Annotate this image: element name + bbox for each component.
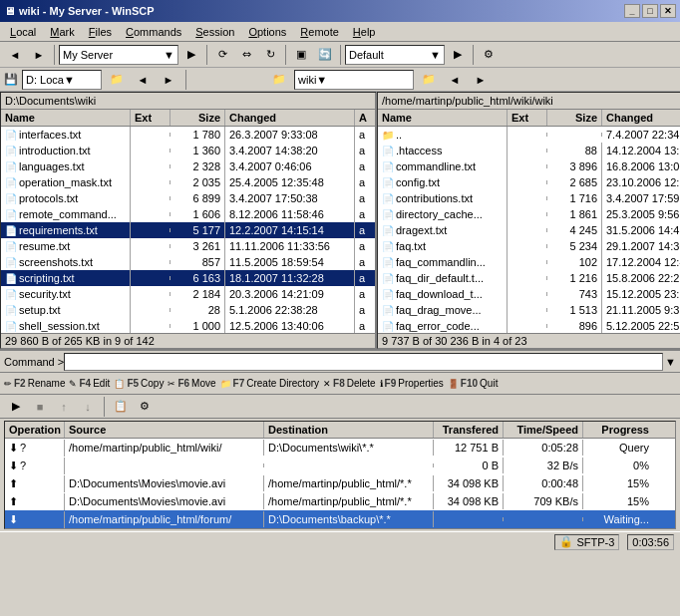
queue-col-progress[interactable]: Progress: [583, 422, 653, 438]
settings-queue-button[interactable]: ⚙: [135, 398, 155, 416]
right-file-row[interactable]: 📄faq_dir_default.t... 1 216 15.8.2006 22…: [378, 270, 680, 286]
remote-up-btn[interactable]: 📁: [418, 69, 440, 91]
left-col-size[interactable]: Size: [170, 110, 225, 126]
minimize-button[interactable]: _: [624, 4, 640, 18]
forward-button[interactable]: ►: [28, 44, 50, 66]
right-col-name[interactable]: Name: [378, 110, 508, 126]
down-button[interactable]: ↓: [78, 398, 98, 416]
keepup-button[interactable]: 🔄: [314, 44, 336, 66]
up-button[interactable]: ↑: [54, 398, 74, 416]
queue-col-source[interactable]: Source: [65, 422, 264, 438]
right-file-row[interactable]: 📄faq_download_t... 743 15.12.2005 23:10.…: [378, 286, 680, 302]
right-file-row[interactable]: 📄faq_drag_move... 1 513 21.11.2005 9:38:…: [378, 302, 680, 318]
left-file-row[interactable]: 📄setup.txt 28 5.1.2006 22:38:28 a: [1, 302, 375, 318]
left-col-attr[interactable]: A: [355, 110, 375, 126]
menu-item-options[interactable]: Options: [242, 25, 292, 39]
right-file-row[interactable]: 📄config.txt 2 685 23.10.2006 12:18... rw…: [378, 174, 680, 190]
left-file-row[interactable]: 📄screenshots.txt 857 11.5.2005 18:59:54 …: [1, 254, 375, 270]
back-button[interactable]: ◄: [4, 44, 26, 66]
copy-queue-button[interactable]: 📋: [111, 398, 131, 416]
menu-item-help[interactable]: Help: [347, 25, 382, 39]
right-file-row[interactable]: 📄faq.txt 5 234 29.1.2007 14:30:26 rw-r--…: [378, 238, 680, 254]
right-file-row[interactable]: 📄dragext.txt 4 245 31.5.2006 14:43:29 rw…: [378, 222, 680, 238]
local-nav1[interactable]: ◄: [132, 69, 154, 91]
fkey-label: Copy: [141, 378, 164, 389]
queue-col-operation[interactable]: Operation: [5, 422, 65, 438]
terminal-button[interactable]: ▣: [290, 44, 312, 66]
settings-button[interactable]: ⚙: [478, 44, 500, 66]
server-combo[interactable]: My Server ▼: [59, 45, 178, 65]
queue-col-transfered[interactable]: Transfered: [434, 422, 504, 438]
command-input[interactable]: [64, 353, 663, 371]
left-file-row[interactable]: 📄interfaces.txt 1 780 26.3.2007 9:33:08 …: [1, 127, 375, 143]
left-file-row[interactable]: 📄shell_session.txt 1 000 12.5.2006 13:40…: [1, 318, 375, 333]
file-ext: [131, 324, 170, 328]
file-ext: [508, 292, 547, 296]
left-file-row[interactable]: 📄remote_command... 1 606 8.12.2006 11:58…: [1, 206, 375, 222]
menu-item-commands[interactable]: Commands: [120, 25, 187, 39]
right-file-row[interactable]: 📄faq_commandlin... 102 17.12.2004 12:45.…: [378, 254, 680, 270]
left-col-name[interactable]: Name: [1, 110, 131, 126]
queue-area: Operation Source Destination Transfered …: [4, 421, 676, 529]
menu-item-mark[interactable]: Mark: [44, 25, 80, 39]
left-file-row[interactable]: 📄resume.txt 3 261 11.11.2006 11:33:56 a: [1, 238, 375, 254]
fkey-f2[interactable]: ✏F2 Rename: [4, 378, 65, 389]
menu-item-local[interactable]: Local: [4, 25, 42, 39]
right-file-row[interactable]: 📄commandline.txt 3 896 16.8.2006 13:00:2…: [378, 158, 680, 174]
menu-item-files[interactable]: Files: [83, 25, 118, 39]
queue-row[interactable]: ⬇ /home/martinp/public_html/forum/ D:\Do…: [5, 510, 675, 528]
queue-col-speed[interactable]: Time/Speed: [504, 422, 583, 438]
right-col-changed[interactable]: Changed: [602, 110, 680, 126]
left-file-row[interactable]: 📄languages.txt 2 328 3.4.2007 0:46:06 a: [1, 158, 375, 174]
stop-button[interactable]: ■: [30, 398, 50, 416]
queue-dst: [264, 463, 434, 467]
play-button[interactable]: ▶: [6, 398, 26, 416]
fkey-f5[interactable]: 📋F5 Copy: [114, 378, 164, 389]
fkey-f8[interactable]: ✕F8 Delete: [323, 378, 376, 389]
right-file-row[interactable]: 📄faq_error_code... 896 5.12.2005 22:55:0…: [378, 318, 680, 333]
left-file-row[interactable]: 📄security.txt 2 184 20.3.2006 14:21:09 a: [1, 286, 375, 302]
close-button[interactable]: ✕: [660, 4, 676, 18]
local-nav2[interactable]: ►: [158, 69, 179, 91]
left-col-ext[interactable]: Ext: [131, 110, 170, 126]
menu-item-remote[interactable]: Remote: [294, 25, 345, 39]
left-file-row[interactable]: 📄scripting.txt 6 163 18.1.2007 11:32:28 …: [1, 270, 375, 286]
fkey-f10[interactable]: 🚪F10 Quit: [448, 378, 499, 389]
right-file-row[interactable]: 📁.. 7.4.2007 22:34:12 rwxr-xr-x: [378, 127, 680, 143]
local-drive-combo[interactable]: D: Loca ▼: [22, 70, 102, 90]
queue-row[interactable]: ⬇ ? 0 B 32 B/s 0%: [5, 457, 675, 474]
queue-row[interactable]: ⬇ ? /home/martinp/public_html/wiki/ D:\D…: [5, 439, 675, 457]
remote-nav2[interactable]: ►: [470, 69, 492, 91]
right-col-size[interactable]: Size: [547, 110, 602, 126]
queue-col-destination[interactable]: Destination: [264, 422, 434, 438]
right-file-row[interactable]: 📄.htaccess 88 14.12.2004 13:56... rw-r--…: [378, 143, 680, 158]
menu-item-session[interactable]: Session: [189, 25, 240, 39]
refresh-button[interactable]: ↻: [259, 44, 281, 66]
sync-button[interactable]: ⟳: [211, 44, 233, 66]
fkey-f6[interactable]: ✂F6 Move: [168, 378, 215, 389]
left-file-row[interactable]: 📄requirements.txt 5 177 12.2.2007 14:15:…: [1, 222, 375, 238]
local-up-btn[interactable]: 📁: [106, 69, 128, 91]
compare-button[interactable]: ⇔: [235, 44, 257, 66]
fkey-f4[interactable]: ✎F4 Edit: [69, 378, 110, 389]
queue-row[interactable]: ⬆ D:\Documents\Movies\movie.avi /home/ma…: [5, 474, 675, 492]
profile-go[interactable]: ▶: [447, 44, 469, 66]
connect-button[interactable]: ▶: [180, 44, 202, 66]
right-file-row[interactable]: 📄contributions.txt 1 716 3.4.2007 17:59:…: [378, 190, 680, 206]
queue-row[interactable]: ⬆ D:\Documents\Movies\movie.avi /home/ma…: [5, 492, 675, 510]
right-col-ext[interactable]: Ext: [508, 110, 547, 126]
left-file-row[interactable]: 📄protocols.txt 6 899 3.4.2007 17:50:38 a: [1, 190, 375, 206]
remote-nav1[interactable]: ◄: [444, 69, 466, 91]
right-file-row[interactable]: 📄directory_cache... 1 861 25.3.2005 9:56…: [378, 206, 680, 222]
fkey-f9[interactable]: ℹF9 Properties: [380, 378, 444, 389]
maximize-button[interactable]: □: [642, 4, 658, 18]
profile-combo[interactable]: Default ▼: [345, 45, 445, 65]
left-file-row[interactable]: 📄operation_mask.txt 2 035 25.4.2005 12:3…: [1, 174, 375, 190]
cmd-dropdown[interactable]: ▼: [665, 356, 676, 368]
fkey-num: F10: [461, 378, 478, 389]
file-name: introduction.txt: [19, 145, 91, 156]
remote-path-combo[interactable]: wiki ▼: [294, 70, 414, 90]
left-file-row[interactable]: 📄introduction.txt 1 360 3.4.2007 14:38:2…: [1, 143, 375, 158]
fkey-f7[interactable]: 📁F7 Create Directory: [220, 378, 319, 389]
left-col-changed[interactable]: Changed: [225, 110, 355, 126]
